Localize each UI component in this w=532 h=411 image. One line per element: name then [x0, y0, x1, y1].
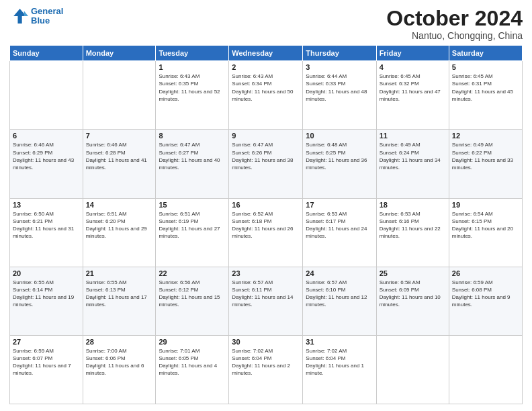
day-number: 2: [232, 63, 300, 71]
day-cell: [10, 61, 83, 130]
day-number: 20: [13, 269, 80, 277]
day-number: 31: [306, 338, 373, 346]
day-info: Sunrise: 7:02 AMSunset: 6:04 PMDaylight:…: [306, 347, 373, 377]
day-cell: 6Sunrise: 6:46 AMSunset: 6:29 PMDaylight…: [10, 130, 83, 198]
day-number: 11: [380, 132, 446, 140]
day-cell: 25Sunrise: 6:58 AMSunset: 6:09 PMDayligh…: [376, 267, 449, 335]
day-cell: 9Sunrise: 6:47 AMSunset: 6:26 PMDaylight…: [229, 130, 303, 198]
day-info: Sunrise: 6:57 AMSunset: 6:11 PMDaylight:…: [232, 279, 300, 309]
day-number: 19: [452, 201, 519, 209]
calendar-header: SundayMondayTuesdayWednesdayThursdayFrid…: [10, 46, 523, 61]
day-info: Sunrise: 6:49 AMSunset: 6:24 PMDaylight:…: [380, 141, 446, 171]
day-info: Sunrise: 6:43 AMSunset: 6:35 PMDaylight:…: [159, 73, 226, 103]
day-number: 24: [306, 269, 373, 277]
day-cell: 12Sunrise: 6:49 AMSunset: 6:22 PMDayligh…: [449, 130, 522, 198]
day-number: 1: [159, 63, 226, 71]
day-cell: 19Sunrise: 6:54 AMSunset: 6:15 PMDayligh…: [449, 198, 522, 267]
day-cell: [449, 335, 522, 404]
weekday-header-saturday: Saturday: [449, 46, 522, 61]
day-cell: 16Sunrise: 6:52 AMSunset: 6:18 PMDayligh…: [229, 198, 303, 267]
day-info: Sunrise: 7:02 AMSunset: 6:04 PMDaylight:…: [232, 347, 300, 377]
day-info: Sunrise: 6:49 AMSunset: 6:22 PMDaylight:…: [452, 141, 519, 171]
week-row-1: 1Sunrise: 6:43 AMSunset: 6:35 PMDaylight…: [10, 61, 523, 130]
weekday-row: SundayMondayTuesdayWednesdayThursdayFrid…: [10, 46, 523, 61]
day-cell: 29Sunrise: 7:01 AMSunset: 6:05 PMDayligh…: [156, 335, 229, 404]
day-cell: 30Sunrise: 7:02 AMSunset: 6:04 PMDayligh…: [229, 335, 303, 404]
week-row-3: 13Sunrise: 6:50 AMSunset: 6:21 PMDayligh…: [10, 198, 523, 267]
day-number: 16: [232, 201, 300, 209]
day-number: 7: [86, 132, 153, 140]
day-info: Sunrise: 6:45 AMSunset: 6:31 PMDaylight:…: [452, 73, 519, 103]
day-number: 10: [306, 132, 373, 140]
day-number: 9: [232, 132, 300, 140]
day-info: Sunrise: 6:50 AMSunset: 6:21 PMDaylight:…: [13, 210, 80, 240]
logo-icon: [9, 7, 28, 26]
day-number: 25: [380, 269, 446, 277]
day-number: 13: [13, 201, 80, 209]
day-number: 18: [380, 201, 446, 209]
weekday-header-thursday: Thursday: [303, 46, 376, 61]
day-number: 5: [452, 63, 519, 71]
day-info: Sunrise: 6:56 AMSunset: 6:12 PMDaylight:…: [159, 279, 226, 309]
svg-marker-1: [24, 11, 28, 17]
day-info: Sunrise: 6:51 AMSunset: 6:20 PMDaylight:…: [86, 210, 153, 240]
day-cell: 10Sunrise: 6:48 AMSunset: 6:25 PMDayligh…: [303, 130, 376, 198]
day-cell: 14Sunrise: 6:51 AMSunset: 6:20 PMDayligh…: [83, 198, 156, 267]
title-block: October 2024 Nantuo, Chongqing, China: [386, 7, 523, 41]
day-number: 8: [159, 132, 226, 140]
week-row-4: 20Sunrise: 6:55 AMSunset: 6:14 PMDayligh…: [10, 267, 523, 335]
day-cell: 17Sunrise: 6:53 AMSunset: 6:17 PMDayligh…: [303, 198, 376, 267]
day-cell: 5Sunrise: 6:45 AMSunset: 6:31 PMDaylight…: [449, 61, 522, 130]
day-number: 28: [86, 338, 153, 346]
day-cell: 20Sunrise: 6:55 AMSunset: 6:14 PMDayligh…: [10, 267, 83, 335]
day-info: Sunrise: 6:51 AMSunset: 6:19 PMDaylight:…: [159, 210, 226, 240]
day-info: Sunrise: 6:52 AMSunset: 6:18 PMDaylight:…: [232, 210, 300, 240]
day-cell: 22Sunrise: 6:56 AMSunset: 6:12 PMDayligh…: [156, 267, 229, 335]
day-info: Sunrise: 6:44 AMSunset: 6:33 PMDaylight:…: [306, 73, 373, 103]
day-info: Sunrise: 6:58 AMSunset: 6:09 PMDaylight:…: [380, 279, 446, 309]
day-info: Sunrise: 6:45 AMSunset: 6:32 PMDaylight:…: [380, 73, 446, 103]
day-cell: 27Sunrise: 6:59 AMSunset: 6:07 PMDayligh…: [10, 335, 83, 404]
day-cell: 21Sunrise: 6:55 AMSunset: 6:13 PMDayligh…: [83, 267, 156, 335]
day-cell: 4Sunrise: 6:45 AMSunset: 6:32 PMDaylight…: [376, 61, 449, 130]
day-number: 22: [159, 269, 226, 277]
day-number: 6: [13, 132, 80, 140]
day-number: 23: [232, 269, 300, 277]
day-number: 21: [86, 269, 153, 277]
day-cell: 8Sunrise: 6:47 AMSunset: 6:27 PMDaylight…: [156, 130, 229, 198]
day-cell: 24Sunrise: 6:57 AMSunset: 6:10 PMDayligh…: [303, 267, 376, 335]
day-cell: 31Sunrise: 7:02 AMSunset: 6:04 PMDayligh…: [303, 335, 376, 404]
day-info: Sunrise: 7:00 AMSunset: 6:06 PMDaylight:…: [86, 347, 153, 377]
day-cell: 11Sunrise: 6:49 AMSunset: 6:24 PMDayligh…: [376, 130, 449, 198]
day-number: 15: [159, 201, 226, 209]
day-number: 26: [452, 269, 519, 277]
day-cell: [83, 61, 156, 130]
day-info: Sunrise: 6:55 AMSunset: 6:13 PMDaylight:…: [86, 279, 153, 309]
day-cell: 2Sunrise: 6:43 AMSunset: 6:34 PMDaylight…: [229, 61, 303, 130]
day-cell: [376, 335, 449, 404]
day-info: Sunrise: 6:48 AMSunset: 6:25 PMDaylight:…: [306, 141, 373, 171]
day-info: Sunrise: 7:01 AMSunset: 6:05 PMDaylight:…: [159, 347, 226, 377]
day-cell: 3Sunrise: 6:44 AMSunset: 6:33 PMDaylight…: [303, 61, 376, 130]
day-cell: 23Sunrise: 6:57 AMSunset: 6:11 PMDayligh…: [229, 267, 303, 335]
day-info: Sunrise: 6:47 AMSunset: 6:26 PMDaylight:…: [232, 141, 300, 171]
weekday-header-wednesday: Wednesday: [229, 46, 303, 61]
day-info: Sunrise: 6:43 AMSunset: 6:34 PMDaylight:…: [232, 73, 300, 103]
day-number: 3: [306, 63, 373, 71]
day-info: Sunrise: 6:59 AMSunset: 6:07 PMDaylight:…: [13, 347, 80, 377]
day-number: 17: [306, 201, 373, 209]
day-number: 29: [159, 338, 226, 346]
subtitle: Nantuo, Chongqing, China: [386, 30, 523, 41]
day-cell: 13Sunrise: 6:50 AMSunset: 6:21 PMDayligh…: [10, 198, 83, 267]
day-info: Sunrise: 6:53 AMSunset: 6:17 PMDaylight:…: [306, 210, 373, 240]
day-info: Sunrise: 6:55 AMSunset: 6:14 PMDaylight:…: [13, 279, 80, 309]
day-cell: 15Sunrise: 6:51 AMSunset: 6:19 PMDayligh…: [156, 198, 229, 267]
logo: General Blue: [9, 7, 63, 26]
day-info: Sunrise: 6:47 AMSunset: 6:27 PMDaylight:…: [159, 141, 226, 171]
weekday-header-tuesday: Tuesday: [156, 46, 229, 61]
day-info: Sunrise: 6:46 AMSunset: 6:28 PMDaylight:…: [86, 141, 153, 171]
day-number: 12: [452, 132, 519, 140]
logo-text: General Blue: [31, 7, 63, 26]
day-info: Sunrise: 6:57 AMSunset: 6:10 PMDaylight:…: [306, 279, 373, 309]
day-cell: 7Sunrise: 6:46 AMSunset: 6:28 PMDaylight…: [83, 130, 156, 198]
